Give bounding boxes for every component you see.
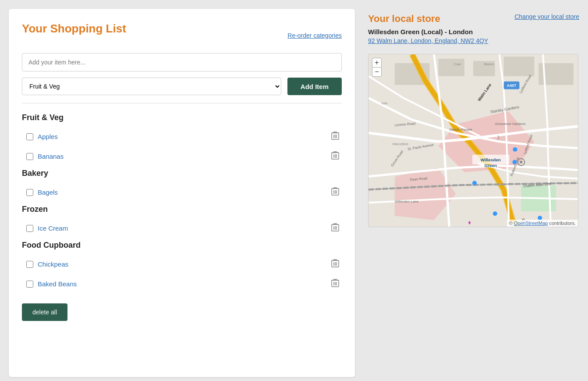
item-label[interactable]: Baked Beans xyxy=(38,280,77,288)
trash-icon xyxy=(331,223,339,231)
divider xyxy=(22,103,342,103)
local-store-panel: Your local store Willesden Green (Local)… xyxy=(364,9,579,227)
map-svg: Stanley Gardens Lydford Road Lennon Road… xyxy=(368,54,578,227)
svg-text:Grosvenor Gardens: Grosvenor Gardens xyxy=(495,122,526,126)
item-left: Bananas xyxy=(26,153,64,160)
svg-text:☽: ☽ xyxy=(495,135,500,141)
trash-icon xyxy=(331,187,339,196)
item-checkbox[interactable] xyxy=(26,225,33,232)
svg-text:Willesden: Willesden xyxy=(481,157,501,162)
list-item: Bagels xyxy=(22,183,342,201)
list-item: Baked Beans xyxy=(22,275,342,293)
svg-text:Blenhi: Blenhi xyxy=(484,62,494,66)
item-left: Apples xyxy=(26,133,58,140)
store-title: Your local store xyxy=(368,13,488,25)
item-checkbox[interactable] xyxy=(26,281,33,288)
delete-item-button[interactable] xyxy=(329,150,342,163)
zoom-out-button[interactable]: − xyxy=(372,67,382,77)
shopping-list-panel: Your Shopping List Re-order categories F… xyxy=(9,9,355,377)
category-title: Food Cupboard xyxy=(22,241,342,250)
page-title: Your Shopping List xyxy=(22,22,126,36)
item-left: Baked Beans xyxy=(26,280,77,288)
map-zoom-controls: + − xyxy=(372,58,382,77)
change-store-link[interactable]: Change your local store xyxy=(514,13,579,20)
panel-header: Your Shopping List Re-order categories xyxy=(22,22,342,45)
item-checkbox[interactable] xyxy=(26,153,33,160)
svg-point-50 xyxy=(513,147,517,152)
item-label[interactable]: Bananas xyxy=(38,153,64,160)
list-item: Ice Cream xyxy=(22,219,342,237)
map-container: Stanley Gardens Lydford Road Lennon Road… xyxy=(368,54,578,227)
delete-all-button[interactable]: delete all xyxy=(22,303,67,321)
search-input[interactable] xyxy=(22,53,342,71)
list-item: Apples xyxy=(22,128,342,146)
item-checkbox[interactable] xyxy=(26,189,33,196)
add-item-row: Fruit & VegBakeryFrozenFood CupboardDrin… xyxy=(22,78,342,95)
svg-text:♦: ♦ xyxy=(468,219,471,226)
item-checkbox[interactable] xyxy=(26,133,33,140)
svg-text:Marcelline: Marcelline xyxy=(393,142,409,146)
trash-icon xyxy=(331,131,339,140)
openstreetmap-link[interactable]: OpenStreetMap xyxy=(514,221,548,226)
category-title: Frozen xyxy=(22,205,342,214)
svg-point-56 xyxy=(520,161,522,164)
svg-text:Cran: Cran xyxy=(453,62,461,66)
delete-item-button[interactable] xyxy=(329,258,342,271)
svg-text:Station Parade: Station Parade xyxy=(449,128,472,132)
item-label[interactable]: Bagels xyxy=(38,189,58,196)
svg-point-53 xyxy=(493,211,497,216)
item-left: Chickpeas xyxy=(26,260,68,268)
reorder-link[interactable]: Re-order categories xyxy=(287,32,342,39)
trash-icon xyxy=(331,151,339,160)
categories-container: Fruit & VegApples Bananas BakeryBagels xyxy=(22,113,342,293)
item-label[interactable]: Ice Cream xyxy=(38,224,68,232)
item-left: Ice Cream xyxy=(26,224,68,232)
zoom-in-button[interactable]: + xyxy=(372,58,382,68)
svg-point-52 xyxy=(472,181,477,185)
category-title: Bakery xyxy=(22,169,342,178)
item-left: Bagels xyxy=(26,189,58,196)
trash-icon xyxy=(331,259,339,267)
category-title: Fruit & Veg xyxy=(22,113,342,122)
svg-text:Willesden Lane: Willesden Lane xyxy=(395,199,419,203)
store-info: Your local store Willesden Green (Local)… xyxy=(368,13,488,50)
svg-point-51 xyxy=(513,160,517,164)
item-label[interactable]: Chickpeas xyxy=(38,260,68,268)
store-address[interactable]: 92 Walm Lane, London, England, NW2 4QY xyxy=(368,37,488,44)
trash-icon xyxy=(331,278,339,287)
list-item: Chickpeas xyxy=(22,255,342,273)
store-header: Your local store Willesden Green (Local)… xyxy=(368,13,579,50)
delete-item-button[interactable] xyxy=(329,222,342,235)
add-item-button[interactable]: Add Item xyxy=(287,78,342,95)
item-label[interactable]: Apples xyxy=(38,133,58,140)
svg-text:A407: A407 xyxy=(507,83,516,88)
category-select[interactable]: Fruit & VegBakeryFrozenFood CupboardDrin… xyxy=(22,78,281,95)
delete-item-button[interactable] xyxy=(329,278,342,290)
delete-item-button[interactable] xyxy=(329,186,342,199)
store-name: Willesden Green (Local) - London xyxy=(368,28,488,36)
list-item: Bananas xyxy=(22,147,342,165)
item-checkbox[interactable] xyxy=(26,261,33,268)
svg-rect-28 xyxy=(504,57,535,76)
map-attribution: © OpenStreetMap contributors. xyxy=(507,220,578,227)
delete-item-button[interactable] xyxy=(329,130,342,143)
svg-rect-26 xyxy=(438,59,464,76)
svg-text:tote: tote xyxy=(382,101,388,105)
svg-text:Green: Green xyxy=(484,163,497,168)
